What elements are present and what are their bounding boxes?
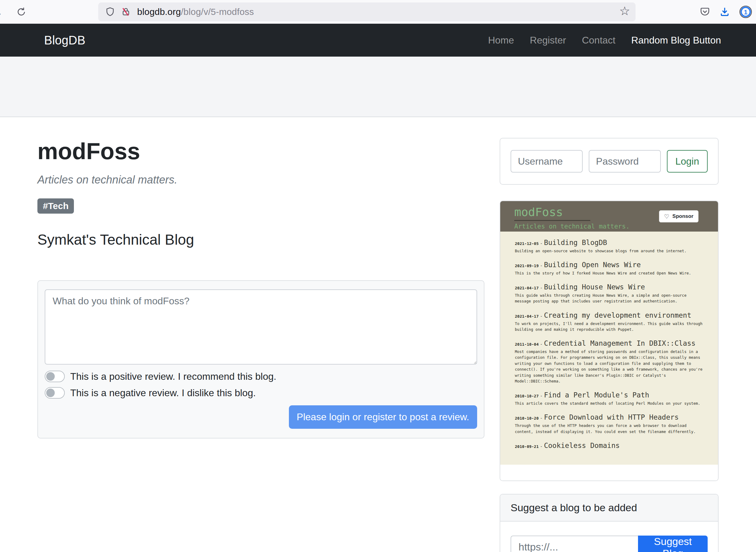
nav-link-register[interactable]: Register: [530, 35, 566, 46]
nav-link-random-blog[interactable]: Random Blog Button: [631, 35, 721, 46]
preview-article: 2010-10-20 - Force Download with HTTP He…: [515, 413, 703, 434]
preview-article-summary: Most companies have a method of storing …: [515, 349, 703, 384]
preview-article: 2021-12-05 - Building BlogDB Building an…: [515, 238, 703, 254]
back-icon[interactable]: ›: [0, 7, 1, 19]
preview-article-title: Find a Perl Module's Path: [544, 391, 649, 399]
browser-toolbar: › blogdb.org/blog/v/5-modfoss ☆: [0, 0, 756, 24]
preview-article-summary: To work on projects, I'll need a develop…: [515, 321, 703, 332]
preview-article-separator: -: [540, 342, 543, 347]
preview-article-title: Building House News Wire: [544, 283, 645, 291]
preview-article-separator: -: [540, 394, 543, 398]
preview-article-date: 2021-04-17: [515, 314, 539, 318]
navbar-brand[interactable]: BlogDB: [44, 33, 85, 47]
preview-article-title: Force Download with HTTP Headers: [544, 413, 679, 421]
preview-footer-strip: [500, 465, 718, 480]
preview-article-separator: -: [540, 263, 543, 268]
preview-divider: [514, 220, 590, 221]
preview-article-separator: -: [540, 285, 543, 290]
preview-article-title: Building Open News Wire: [544, 261, 641, 269]
url-text: blogdb.org/blog/v/5-modfoss: [137, 7, 254, 17]
toggle-knob: [46, 372, 55, 381]
preview-article: 2021-09-19 - Building Open News Wire Thi…: [515, 261, 703, 276]
preview-article-date: 2010-10-27: [515, 394, 539, 398]
preview-article-summary: Building an open-source website to showc…: [515, 248, 703, 254]
url-path: /blog/v/5-modfoss: [181, 7, 254, 17]
toggle-knob: [46, 389, 55, 397]
preview-article-date: 2021-04-17: [515, 286, 539, 290]
blog-tagline: Articles on technical matters.: [37, 173, 485, 186]
page-header-band: [0, 56, 756, 117]
bookmark-star-icon[interactable]: ☆: [619, 5, 630, 17]
sponsor-button: ♡ Sponsor: [659, 210, 699, 223]
browser-window: › blogdb.org/blog/v/5-modfoss ☆: [0, 0, 756, 552]
negative-review-row: This is a negative review. I dislike thi…: [45, 387, 477, 399]
download-icon[interactable]: [719, 6, 731, 18]
preview-article-summary: Through the use of the HTTP headers you …: [515, 423, 703, 434]
preview-article-title: Cookieless Domains: [544, 441, 620, 449]
preview-article-title: Credential Management In DBIX::Class: [544, 339, 696, 347]
preview-article-summary: This is the story of how I forked House …: [515, 270, 703, 276]
tracking-shield-icon[interactable]: [105, 7, 115, 17]
post-review-button[interactable]: Please login or register to post a revie…: [289, 405, 477, 429]
suggest-blog-button[interactable]: Suggest Blog: [638, 536, 708, 552]
review-form-card: This is a positive review. I recommend t…: [37, 280, 485, 438]
preview-article-separator: -: [540, 314, 543, 318]
positive-review-label: This is a positive review. I recommend t…: [70, 371, 276, 382]
navbar-links: Home Register Contact Random Blog Button: [488, 35, 721, 46]
suggest-blog-card: Suggest a blog to be added Suggest Blog: [500, 494, 719, 552]
login-button[interactable]: Login: [667, 150, 708, 172]
preview-article-title: Building BlogDB: [544, 239, 607, 247]
preview-article: 2010-10-27 - Find a Perl Module's Path T…: [515, 391, 703, 406]
blog-title: modFoss: [37, 138, 485, 164]
heart-icon: ♡: [664, 213, 669, 220]
review-textarea[interactable]: [45, 289, 477, 365]
tag-badge[interactable]: #Tech: [37, 198, 74, 214]
blog-preview-thumbnail[interactable]: modFoss Articles on technical matters. ♡…: [500, 200, 719, 481]
url-bar[interactable]: blogdb.org/blog/v/5-modfoss ☆: [98, 2, 635, 21]
preview-article-date: 2021-09-19: [515, 264, 539, 268]
preview-article-list: 2021-12-05 - Building BlogDB Building an…: [500, 232, 718, 465]
svg-text:1: 1: [744, 8, 748, 15]
site-navbar: BlogDB Home Register Contact Random Blog…: [0, 24, 756, 56]
suggest-blog-heading: Suggest a blog to be added: [500, 495, 718, 522]
onepassword-icon[interactable]: 1: [739, 5, 752, 19]
positive-review-toggle[interactable]: [45, 371, 65, 382]
url-host: blogdb.org: [137, 7, 181, 17]
positive-review-row: This is a positive review. I recommend t…: [45, 371, 477, 382]
preview-article: 2021-04-17 - Creating my development env…: [515, 311, 703, 332]
login-card: Login: [500, 138, 719, 185]
insecure-lock-icon[interactable]: [121, 7, 131, 17]
preview-article: 2011-10-04 - Credential Management In DB…: [515, 339, 703, 384]
negative-review-label: This is a negative review. I dislike thi…: [70, 387, 256, 399]
suggest-url-input[interactable]: [511, 536, 638, 552]
preview-article: 2021-04-17 - Building House News Wire Th…: [515, 283, 703, 304]
preview-article-separator: -: [540, 416, 543, 421]
nav-link-home[interactable]: Home: [488, 35, 514, 46]
preview-article-separator: -: [540, 444, 543, 449]
preview-article-summary: This guide walks through creating House …: [515, 292, 703, 304]
preview-article-separator: -: [540, 241, 543, 246]
preview-article-date: 2010-10-20: [515, 416, 539, 421]
password-field[interactable]: [589, 150, 661, 172]
preview-article-title: Creating my development environment: [544, 311, 692, 319]
pocket-icon[interactable]: [700, 6, 710, 17]
preview-site-header: modFoss Articles on technical matters. ♡…: [500, 201, 718, 232]
preview-article-date: 2010-09-21: [515, 444, 539, 449]
nav-link-contact[interactable]: Contact: [582, 35, 615, 46]
preview-article-date: 2011-10-04: [515, 342, 539, 347]
section-heading: Symkat's Technical Blog: [37, 231, 485, 248]
preview-article-summary: This article covers the standard methods…: [515, 400, 703, 406]
preview-article-date: 2021-12-05: [515, 241, 539, 246]
sponsor-label: Sponsor: [673, 213, 693, 220]
reload-icon[interactable]: [16, 6, 27, 17]
username-field[interactable]: [511, 150, 583, 172]
preview-article: 2010-09-21 - Cookieless Domains: [515, 441, 703, 450]
preview-site-tagline: Articles on technical matters.: [514, 223, 718, 230]
negative-review-toggle[interactable]: [45, 387, 65, 399]
